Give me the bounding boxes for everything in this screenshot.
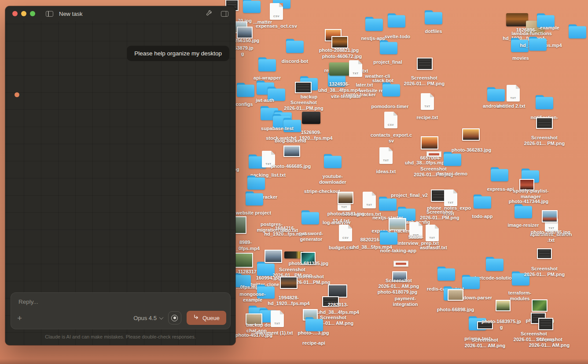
desktop-label[interactable]: Screenshot 2026-01... PM.png [524, 266, 565, 277]
desktop-label[interactable]: uhd_38...4fps.mp4 [317, 309, 359, 315]
photo-thumbnail[interactable] [421, 136, 438, 149]
desktop-label[interactable]: photo-45170.jpg [235, 332, 272, 338]
desktop-label[interactable]: note-taking-app [380, 248, 417, 254]
desktop-label[interactable]: 8989- [239, 240, 252, 245]
close-window-button[interactable] [12, 11, 18, 16]
desktop-label[interactable]: photo-53581.jpg [327, 211, 364, 217]
desktop-label[interactable]: youtube- downloader [319, 174, 346, 185]
desktop-label[interactable]: photo-208745.jpg [531, 229, 570, 235]
folder-icon[interactable] [443, 152, 462, 167]
badge-thumbnail[interactable] [393, 261, 408, 267]
screenshot-thumbnail[interactable] [537, 248, 552, 259]
desktop-label[interactable]: ideas.txt [376, 169, 396, 175]
folder-icon[interactable] [246, 175, 266, 191]
desktop-label[interactable]: 160994.jpg [256, 275, 281, 281]
folder-icon[interactable] [382, 82, 401, 98]
desktop-label[interactable]: Screenshot 2026-01...PM.png [284, 100, 323, 111]
reply-input-placeholder[interactable]: Reply... [18, 298, 38, 305]
video-thumbnail[interactable] [329, 62, 349, 76]
desktop-label[interactable]: 1994828- hd_1920...fps.mp4 [268, 295, 309, 306]
txt-file-icon[interactable]: TXT [421, 93, 434, 110]
desktop-label[interactable]: mongoose- example [239, 291, 265, 303]
desktop-label[interactable]: spotify-playlist- manager [513, 188, 548, 200]
desktop-label[interactable]: photo-208821.jpg [319, 47, 359, 53]
folder-icon[interactable] [245, 191, 264, 207]
csv-file-icon[interactable]: CSV [270, 3, 283, 20]
minimize-window-button[interactable] [21, 11, 26, 16]
desktop-label[interactable]: 50854- [408, 234, 423, 240]
desktop-label[interactable]: payment- integration [393, 296, 418, 307]
desktop-label[interactable]: website project [236, 210, 271, 216]
reply-composer[interactable]: Reply... + Opus 4.5 [11, 292, 231, 329]
txt-file-icon[interactable]: TXT [444, 189, 457, 206]
desktop-label[interactable]: pomodoro-timer [371, 104, 409, 109]
folder-icon[interactable] [485, 257, 504, 272]
folder-icon[interactable] [437, 266, 456, 282]
txt-file-icon[interactable]: TXT [349, 60, 362, 77]
desktop-label[interactable]: supabase-test [261, 126, 294, 131]
desktop-label[interactable]: photo-466685.jpg [271, 164, 311, 169]
photo-thumbnail[interactable] [234, 253, 253, 268]
txt-file-icon[interactable]: TXT [363, 192, 376, 208]
desktop-label[interactable]: stripe-checkout [304, 189, 340, 194]
desktop-label[interactable]: 1526909- [301, 130, 322, 135]
desktop-label[interactable]: todo-app [472, 214, 492, 219]
panel-toggle-icon[interactable] [221, 11, 228, 17]
desktop-label[interactable]: photo-618079.jpg [378, 289, 417, 295]
folder-icon[interactable] [378, 197, 397, 212]
desktop-label[interactable]: 8820216- [360, 237, 381, 243]
desktop-label[interactable]: Screenshot 2026-01... AM.png [529, 337, 570, 348]
desktop-label[interactable]: fastapi-demo [437, 171, 467, 177]
zoom-window-button[interactable] [30, 11, 35, 16]
desktop-label[interactable]: movies [512, 55, 529, 61]
photo-thumbnail[interactable] [462, 128, 480, 141]
desktop-label[interactable]: dotfiles [425, 29, 442, 34]
desktop-label[interactable]: Screenshot 2026-01... PM.png [404, 75, 445, 87]
folder-icon[interactable] [424, 10, 443, 25]
txt-file-icon[interactable]: TXT [507, 85, 520, 102]
desktop-label[interactable]: contacts_export.c sv [371, 132, 412, 144]
photo-thumbnail[interactable] [338, 192, 353, 204]
desktop-label[interactable]: jwt-auth [256, 98, 274, 103]
screenshot-thumbnail[interactable] [295, 82, 312, 93]
desktop-label[interactable]: project_final_v2 [391, 193, 428, 198]
photo-thumbnail[interactable] [448, 289, 463, 301]
folder-icon[interactable] [490, 167, 509, 182]
video-thumbnail[interactable] [302, 112, 320, 124]
photo-thumbnail[interactable] [496, 300, 511, 311]
photo-thumbnail[interactable] [328, 284, 347, 298]
desktop-label[interactable]: Screenshot 2026-01... AM.png [465, 337, 506, 349]
screenshot-thumbnail[interactable] [538, 318, 553, 330]
desktop-label[interactable]: image-resizer [508, 222, 539, 228]
stop-button[interactable] [168, 311, 181, 324]
desktop-label[interactable]: terraform- modules [508, 290, 532, 302]
folder-icon[interactable] [257, 57, 277, 73]
add-attachment-button[interactable]: + [17, 314, 22, 322]
folder-icon[interactable] [535, 95, 554, 110]
photo-thumbnail[interactable] [280, 277, 298, 289]
folder-icon[interactable] [568, 24, 587, 40]
desktop-label[interactable]: password- generator [299, 231, 323, 242]
desktop-label[interactable]: photo-66898.jpg [437, 307, 474, 313]
folder-icon[interactable] [514, 204, 533, 219]
folder-icon[interactable] [473, 194, 492, 210]
queue-button[interactable]: Queue [187, 311, 226, 325]
desktop-label[interactable]: photo-366283.jpg [452, 147, 491, 153]
desktop-label[interactable]: todo.txt [280, 228, 298, 233]
txt-file-icon[interactable]: TXT [271, 310, 284, 327]
txt-file-icon[interactable]: TXT [426, 225, 439, 241]
desktop-label[interactable]: photo-460672.jpg [322, 54, 362, 59]
folder-icon[interactable] [242, 0, 261, 14]
folder-icon[interactable] [387, 13, 406, 29]
desktop-label[interactable]: recipe-api [302, 340, 325, 346]
desktop-label[interactable]: -1128317 [236, 269, 257, 275]
desktop-label[interactable]: _0fps.mp4 [236, 246, 260, 251]
folder-icon[interactable] [301, 210, 320, 226]
desktop-label[interactable]: -example [538, 25, 559, 31]
folder-icon[interactable] [305, 317, 324, 332]
desktop-label[interactable]: expenses_oct.csv [256, 23, 297, 29]
desktop-label[interactable]: blog-backend [275, 138, 306, 144]
csv-file-icon[interactable]: CSV [384, 112, 397, 128]
desktop-label[interactable]: Screenshot 2026-01...PM.png [420, 209, 459, 221]
desktop-label[interactable]: express-api [487, 186, 514, 192]
